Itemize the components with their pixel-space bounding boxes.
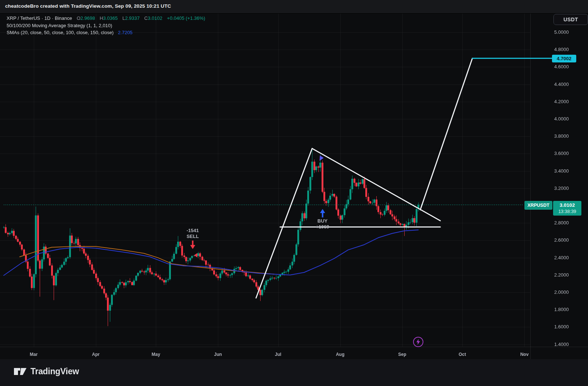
price-axis-label: 4.0000 [554,116,569,122]
symbol-title: XRP / TetherUS · 1D · Binance [7,15,72,21]
attribution-text: cheatcodeBro created with TradingView.co… [5,3,171,9]
symbol-price-tag: XRPUSDT [524,201,552,210]
price-chart-canvas[interactable] [0,0,588,386]
buy-arrow-up-icon [320,209,325,217]
low-value: 2.9337 [125,15,140,21]
price-axis-label: 4.4000 [554,82,569,87]
price-axis-label: 2.2000 [554,272,569,278]
price-axis-label: 2.0000 [554,289,569,295]
price-axis-label: 1.4000 [554,342,569,347]
close-label: C [144,15,148,21]
change-value: +0.0405 (+1.36%) [167,15,205,21]
tradingview-logo[interactable]: TradingView [14,367,79,376]
sell-label-text: SELL [187,234,199,239]
price-axis-label: 2.6000 [554,237,569,243]
price-axis-label: 5.0000 [554,29,569,35]
price-axis-label: 1.8000 [554,307,569,313]
time-axis-month-label: Jun [214,352,222,357]
mouse-cursor-icon [319,156,324,161]
current-price-value: 3.0102 [560,202,575,209]
open-value: 2.9698 [80,15,95,21]
legend-smas-row[interactable]: SMAs (20, close, 50, close, 100, close, … [7,30,133,35]
currency-usdt-button[interactable]: USDT [553,14,588,25]
buy-label-text: BUY [316,218,329,224]
sell-signal-marker: -1541 SELL [187,228,199,249]
order-fill-arrow-icon [194,253,197,257]
current-price-tag: 3.0102 13:38:39 [553,201,581,216]
tradingview-chart-window: cheatcodeBro created with TradingView.co… [0,0,588,386]
legend-symbol-row[interactable]: XRP / TetherUS · 1D · Binance O2.9698 H3… [7,15,205,21]
buy-pnl-text: +1069 [316,224,329,230]
buy-signal-marker: BUY +1069 [316,208,329,230]
time-axis-month-label: Nov [520,352,529,357]
sell-arrow-down-icon [190,241,195,249]
time-axis-month-label: Apr [92,352,100,357]
high-value: 3.0365 [103,15,118,21]
price-axis-label: 2.8000 [554,220,569,226]
tradingview-logo-icon [14,368,26,375]
lightning-badge-icon [413,337,423,347]
target-price-tag: 4.7002 [552,55,576,62]
top-bar: cheatcodeBro created with TradingView.co… [0,0,588,14]
smas-title: SMAs (20, close, 50, close, 100, close, … [7,30,114,35]
close-value: 3.0102 [148,15,162,21]
time-axis-month-label: Mar [30,352,37,357]
sell-pnl-text: -1541 [187,228,199,234]
strategy-title: 50/100/200 Moving Average Strategy (1, 1… [7,23,112,28]
price-axis-label: 4.2000 [554,99,569,105]
price-axis-label: 2.4000 [554,255,569,261]
time-axis-month-label: Oct [459,352,466,357]
tradingview-logo-text: TradingView [31,367,79,376]
price-axis-label: 4.6000 [554,64,569,70]
high-label: H [100,15,103,21]
smas-value: 2.7205 [118,30,133,35]
price-axis-label: 3.6000 [554,151,569,156]
price-axis-label: 3.2000 [554,185,569,191]
price-axis-label: 3.8000 [554,133,569,139]
time-axis-month-label: Sep [398,352,406,357]
price-axis-label: 3.4000 [554,168,569,174]
open-label: O [77,15,80,21]
time-axis-month-label: Jul [275,352,281,357]
time-axis-month-label: May [152,352,160,357]
price-axis-label: 1.6000 [554,324,569,330]
price-axis-label: 4.8000 [554,47,569,53]
time-axis-month-label: Aug [336,352,344,357]
legend-strategy-row[interactable]: 50/100/200 Moving Average Strategy (1, 1… [7,23,112,28]
candle-countdown: 13:38:39 [558,209,576,214]
